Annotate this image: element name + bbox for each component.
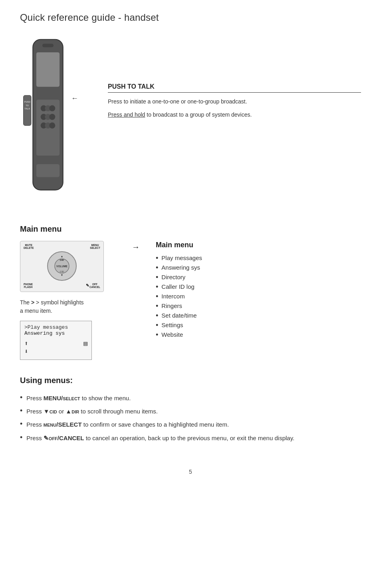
handset-image: PUSH TO TALK ←	[20, 35, 84, 209]
bullet-7: •	[156, 312, 158, 319]
menu-item-play-messages: •Play messages	[156, 253, 361, 263]
screen-icons: ⬆⬇ ▤	[24, 340, 87, 356]
menu-item-settings: •Settings	[156, 320, 361, 330]
using-item-2: • Press ▼cid or ▲dir to scroll through m…	[20, 405, 361, 418]
press-and-hold-text: Press and hold	[108, 111, 145, 118]
svg-text:CID: CID	[60, 270, 64, 273]
nav-circle-row: ▲ DIR VOLUME CID ▼	[24, 250, 100, 282]
menu-row: MUTEDELETE MENUSELECT ▲ DIR	[20, 241, 361, 360]
svg-text:VOLUME: VOLUME	[56, 265, 67, 268]
bullet-4: •	[156, 283, 158, 290]
bullet-2: •	[156, 264, 158, 271]
bullet-6: •	[156, 302, 158, 310]
svg-point-12	[49, 114, 55, 120]
bullet-1: •	[156, 254, 158, 262]
svg-rect-17	[42, 44, 54, 48]
svg-text:PUSH: PUSH	[24, 101, 30, 103]
using-bullet-3: •	[20, 420, 22, 427]
menu-right: Main menu •Play messages •Answering sys …	[156, 241, 361, 340]
menu-icon: ▤	[83, 340, 87, 356]
push-to-talk-desc1: Press to initiate a one-to-one or one-to…	[108, 97, 361, 106]
svg-point-15	[49, 123, 55, 129]
bullet-9: •	[156, 331, 158, 338]
svg-text:TALK: TALK	[24, 107, 30, 110]
svg-rect-16	[36, 164, 60, 177]
using-bullet-2: •	[20, 407, 22, 414]
push-to-talk-desc2-suffix: to broadcast to a group of system device…	[145, 111, 252, 118]
nav-ring-svg: ▲ DIR VOLUME CID ▼	[46, 250, 78, 282]
handset-svg: PUSH TO TALK	[20, 35, 76, 207]
menu-item-intercom: •Intercom	[156, 292, 361, 301]
menu-item-directory: •Directory	[156, 272, 361, 282]
dir-label: ▲dir	[65, 408, 79, 415]
keypad-container: MUTEDELETE MENUSELECT ▲ DIR	[20, 241, 104, 292]
menu-select-label-2: menu/SELECT	[44, 421, 82, 428]
screen-preview: >Play messages Answering sys ⬆⬇ ▤	[20, 321, 92, 360]
phone-flash-btn: PHONEFLASH	[24, 283, 33, 288]
main-menu-section: Main menu MUTEDELETE MENUSELECT	[20, 224, 361, 360]
using-menus-section: Using menus: • Press MENU/select to show…	[20, 376, 361, 445]
push-to-talk-arrow: ←	[71, 94, 78, 103]
mute-delete-btn: MUTEDELETE	[24, 244, 34, 249]
page-number: 5	[20, 469, 361, 475]
using-menus-list: • Press MENU/select to show the menu. • …	[20, 391, 361, 445]
using-bullet-4: •	[20, 434, 22, 441]
up-down-icon: ⬆⬇	[24, 340, 28, 356]
bullet-3: •	[156, 274, 158, 281]
using-item-4: • Press ✎off/CANCEL to cancel an operati…	[20, 431, 361, 445]
push-to-talk-desc2: Press and hold to broadcast to a group o…	[108, 111, 361, 119]
gt-symbol: >	[31, 299, 34, 306]
svg-rect-2	[24, 95, 31, 125]
main-menu-section-title: Main menu	[20, 224, 361, 234]
menu-item-text: a menu item.	[20, 308, 52, 314]
cid-label: ▼cid	[44, 408, 57, 415]
symbol-desc: > symbol highlights	[36, 299, 83, 306]
using-item-1-text: Press MENU/select to show the menu.	[26, 393, 361, 403]
svg-text:DIR: DIR	[60, 259, 64, 261]
screen-line2: Answering sys	[24, 330, 87, 336]
menu-select-label: MENU/select	[44, 395, 80, 401]
keypad-bottom-row: PHONEFLASH ✎ OFFCANCEL	[24, 283, 100, 288]
push-to-talk-section: PUSH TO TALK Press to initiate a one-to-…	[108, 35, 361, 119]
bullet-5: •	[156, 293, 158, 300]
svg-text:▼: ▼	[61, 274, 64, 276]
using-item-4-text: Press ✎off/CANCEL to cancel an operation…	[26, 433, 361, 443]
bullet-8: •	[156, 322, 158, 329]
svg-text:TO: TO	[26, 104, 29, 107]
menu-item-caller-id-log: •Caller ID log	[156, 282, 361, 292]
main-menu-right-title: Main menu	[156, 241, 361, 249]
using-menus-title: Using menus:	[20, 376, 361, 385]
using-bullet-1: •	[20, 394, 22, 401]
main-menu-arrow: →	[132, 241, 140, 252]
menu-item-ringers: •Ringers	[156, 301, 361, 311]
using-item-3-text: Press menu/SELECT to confirm or save cha…	[26, 420, 361, 429]
menu-left: MUTEDELETE MENUSELECT ▲ DIR	[20, 241, 116, 360]
top-section: PUSH TO TALK ← PUSH TO TALK Press to ini…	[20, 35, 361, 209]
off-cancel-label: ✎off/CANCEL	[44, 435, 84, 441]
off-cancel-btn: ✎ OFFCANCEL	[86, 283, 100, 288]
menu-item-answering-sys: •Answering sys	[156, 263, 361, 272]
push-to-talk-title: PUSH TO TALK	[108, 83, 361, 93]
keypad-top-row: MUTEDELETE MENUSELECT	[24, 244, 100, 249]
screen-line1: >Play messages	[24, 324, 87, 330]
menu-item-set-date-time: •Set date/time	[156, 311, 361, 320]
page-title: Quick reference guide - handset	[20, 12, 361, 23]
the-text: The	[20, 299, 30, 306]
svg-point-9	[49, 105, 55, 111]
symbol-text: The > > symbol highlights a menu item.	[20, 298, 84, 315]
using-item-3: • Press menu/SELECT to confirm or save c…	[20, 418, 361, 431]
svg-rect-1	[36, 52, 60, 87]
menu-item-website: •Website	[156, 330, 361, 340]
using-item-2-text: Press ▼cid or ▲dir to scroll through men…	[26, 407, 361, 416]
menu-select-btn: MENUSELECT	[90, 244, 100, 249]
svg-text:▲: ▲	[61, 255, 64, 258]
using-item-1: • Press MENU/select to show the menu.	[20, 391, 361, 405]
main-menu-list: •Play messages •Answering sys •Directory…	[156, 253, 361, 340]
